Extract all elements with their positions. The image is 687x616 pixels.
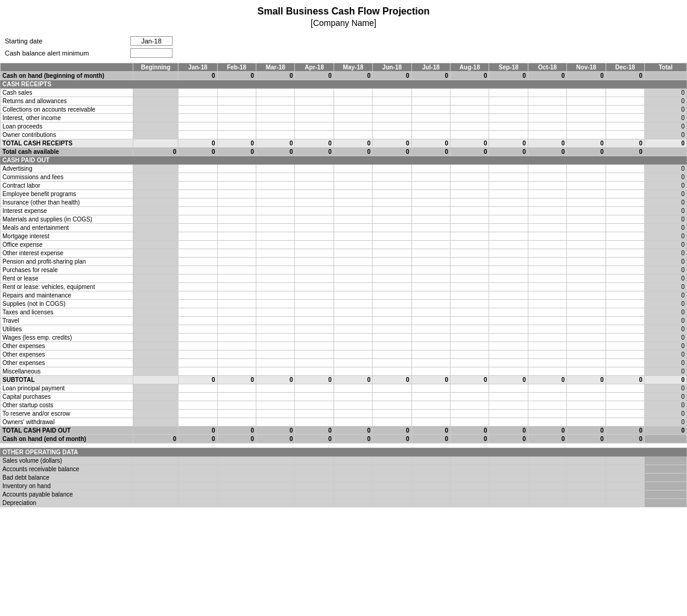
coh-feb[interactable]: 0 (217, 72, 256, 80)
cash-alert-input[interactable] (130, 48, 173, 58)
coh-aug[interactable]: 0 (451, 72, 489, 80)
page-title: Small Business Cash Flow Projection (0, 0, 687, 18)
cash-alert-label: Cash balance alert minimum (5, 49, 125, 57)
coh-may[interactable]: 0 (334, 72, 372, 80)
row-emp-benefit: Employee benefit programs 0 (1, 190, 687, 198)
row-depreciation: Depreciation (1, 499, 687, 507)
col-header-jul: Jul-18 (411, 63, 450, 72)
coh-apr[interactable]: 0 (295, 72, 334, 80)
coh-jun[interactable]: 0 (373, 72, 411, 80)
col-header-may: May-18 (334, 63, 372, 72)
row-miscellaneous: Miscellaneous 0 (1, 367, 687, 376)
cash-receipts-section-label: CASH RECEIPTS (1, 80, 687, 89)
row-materials: Materials and supplies (in COGS) 0 (1, 215, 687, 224)
cash-receipts-header: CASH RECEIPTS (1, 80, 687, 89)
row-repairs: Repairs and maintenance 0 (1, 291, 687, 300)
row-office: Office expense 0 (1, 241, 687, 249)
col-header-jan: Jan-18 (179, 63, 217, 72)
cash-on-hand-end: Cash on hand (end of month) 0 0 0 0 0 0 … (1, 435, 687, 443)
subtotal-row: SUBTOTAL 0 0 0 0 0 0 0 0 0 0 0 0 0 (1, 376, 687, 384)
total-cash-paid-row: TOTAL CASH PAID OUT 0 0 0 0 0 0 0 0 0 0 … (1, 427, 687, 435)
row-interest-income: Interest, other income 0 (1, 114, 687, 122)
cash-on-hand-label: Cash on hand (beginning of month) (1, 72, 133, 80)
row-other-exp-3: Other expenses 0 (1, 359, 687, 367)
row-sales-volume: Sales volume (dollars) (1, 457, 687, 465)
cash-alert-row: Cash balance alert minimum (5, 48, 682, 58)
row-other-exp-2: Other expenses 0 (1, 351, 687, 359)
row-owner-contributions: Owner contributions 0 (1, 131, 687, 139)
coh-nov[interactable]: 0 (567, 72, 606, 80)
coh-jan[interactable]: 0 (179, 72, 217, 80)
row-capital-purchases: Capital purchases 0 (1, 393, 687, 401)
col-header-dec: Dec-18 (606, 63, 644, 72)
spacer-row (1, 443, 687, 448)
col-header-total: Total (645, 63, 687, 72)
col-header-mar: Mar-18 (256, 63, 295, 72)
row-taxes: Taxes and licenses 0 (1, 308, 687, 317)
cash-paid-out-header: CASH PAID OUT (1, 156, 687, 165)
row-owners-withdrawal: Owners' withdrawal 0 (1, 418, 687, 427)
row-advertising: Advertising 0 (1, 165, 687, 173)
row-rent-vehicles: Rent or lease: vehicles, equipment 0 (1, 283, 687, 291)
row-inventory: Inventory on hand (1, 482, 687, 491)
row-to-reserve: To reserve and/or escrow 0 (1, 410, 687, 418)
coh-dec[interactable]: 0 (606, 72, 644, 80)
total-cash-receipts-row: TOTAL CASH RECEIPTS 0 0 0 0 0 0 0 0 0 0 … (1, 139, 687, 148)
row-pension: Pension and profit-sharing plan 0 (1, 258, 687, 266)
coh-oct[interactable]: 0 (528, 72, 566, 80)
col-header-sep: Sep-18 (489, 63, 528, 72)
row-meals: Meals and entertainment 0 (1, 224, 687, 232)
row-accounts-receivable: Accounts receivable balance (1, 465, 687, 474)
row-contract-labor: Contract labor 0 (1, 182, 687, 190)
row-travel: Travel 0 (1, 317, 687, 325)
row-wages: Wages (less emp. credits) 0 (1, 334, 687, 342)
row-mortgage: Mortgage interest 0 (1, 232, 687, 241)
starting-date-label: Starting date (5, 37, 125, 45)
col-header-jun: Jun-18 (373, 63, 411, 72)
row-other-startup: Other startup costs 0 (1, 401, 687, 410)
row-collections: Collections on accounts receivable 0 (1, 106, 687, 114)
row-insurance: Insurance (other than health) 0 (1, 198, 687, 207)
cash-paid-out-section-label: CASH PAID OUT (1, 156, 687, 165)
row-commissions: Commissions and fees 0 (1, 173, 687, 182)
row-other-interest: Other interest expense 0 (1, 249, 687, 258)
coh-begin[interactable] (133, 72, 179, 80)
row-cash-sales: Cash sales 0 (1, 89, 687, 97)
coh-sep[interactable]: 0 (489, 72, 528, 80)
row-interest-expense: Interest expense 0 (1, 207, 687, 215)
cash-flow-table: Beginning Jan-18 Feb-18 Mar-18 Apr-18 Ma… (0, 63, 687, 507)
starting-date-row: Starting date (5, 36, 682, 46)
header-inputs: Starting date Cash balance alert minimum (0, 34, 687, 63)
row-loan-principal: Loan principal payment 0 (1, 384, 687, 393)
row-loan-proceeds: Loan proceeds 0 (1, 122, 687, 131)
row-bad-debt: Bad debt balance (1, 474, 687, 482)
coh-jul[interactable]: 0 (411, 72, 450, 80)
col-header-beginning: Beginning (133, 63, 179, 72)
col-header-label (1, 63, 133, 72)
coh-mar[interactable]: 0 (256, 72, 295, 80)
cash-on-hand-beginning: Cash on hand (beginning of month) 0 0 0 … (1, 72, 687, 80)
row-supplies: Supplies (not in COGS) 0 (1, 300, 687, 308)
col-header-apr: Apr-18 (295, 63, 334, 72)
col-header-nov: Nov-18 (567, 63, 606, 72)
row-utilities: Utilities 0 (1, 325, 687, 334)
row-other-exp-1: Other expenses 0 (1, 342, 687, 351)
total-cash-available-row: Total cash available 0 0 0 0 0 0 0 0 0 0… (1, 148, 687, 156)
row-rent-lease: Rent or lease 0 (1, 275, 687, 283)
coh-total (645, 72, 687, 80)
col-header-aug: Aug-18 (451, 63, 489, 72)
starting-date-input[interactable] (130, 36, 173, 46)
row-purchases-resale: Purchases for resale 0 (1, 266, 687, 275)
col-header-feb: Feb-18 (217, 63, 256, 72)
col-header-oct: Oct-18 (528, 63, 566, 72)
column-headers: Beginning Jan-18 Feb-18 Mar-18 Apr-18 Ma… (1, 63, 687, 72)
page-subtitle: [Company Name] (0, 18, 687, 34)
row-returns: Returns and allowances 0 (1, 97, 687, 106)
row-accounts-payable: Accounts payable balance (1, 491, 687, 499)
other-operating-header: OTHER OPERATING DATA (1, 448, 687, 457)
